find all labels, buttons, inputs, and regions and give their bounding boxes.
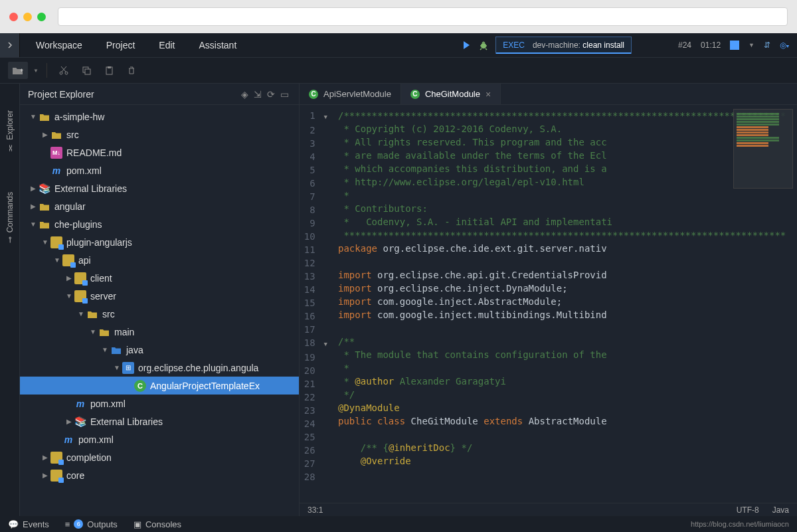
tree-item-label: src (66, 130, 79, 140)
chevron-icon[interactable] (52, 256, 62, 264)
chevron-icon[interactable] (40, 454, 50, 461)
cut-button[interactable] (55, 62, 72, 79)
tree-item-label: client (90, 273, 112, 284)
dropdown-icon[interactable]: ▼ (33, 68, 39, 74)
chevron-icon[interactable] (28, 221, 39, 228)
chevron-icon[interactable] (40, 131, 50, 138)
tab-label: ApiServletModule (323, 89, 391, 99)
tree-item[interactable]: ⊞org.eclipse.che.plugin.angula (20, 359, 299, 377)
tree-item[interactable]: 📚External Libraries (20, 179, 299, 197)
language-mode[interactable]: Java (772, 505, 789, 515)
svg-rect-5 (85, 69, 90, 74)
tree-item[interactable]: CAngularProjectTemplateEx (20, 377, 299, 395)
tree-item-label: README.md (66, 147, 122, 158)
chevron-icon[interactable] (28, 185, 39, 192)
tree-item-label: pom.xml (90, 399, 126, 409)
tree-item[interactable]: mpom.xml (20, 395, 299, 412)
chat-icon: 💬 (8, 519, 19, 529)
settings-target-icon[interactable]: ◎▾ (780, 41, 789, 50)
tree-item[interactable]: plugin-angularjs (20, 233, 299, 251)
svg-point-0 (481, 43, 486, 48)
svg-point-2 (60, 72, 62, 74)
menu-workspace[interactable]: Workspace (36, 40, 82, 50)
close-window[interactable] (9, 13, 18, 21)
class-icon: C (134, 380, 146, 392)
events-label: Events (23, 519, 49, 529)
delete-button[interactable] (123, 62, 140, 79)
tree-item-label: che-plugins (54, 219, 102, 230)
pkg-icon (50, 236, 62, 248)
folder-icon (50, 129, 62, 141)
editor-tab[interactable]: CApiServletModule (300, 84, 401, 104)
chevron-icon[interactable] (40, 472, 50, 479)
outputs-panel-button[interactable]: ≡ 6 Outputs (65, 519, 118, 529)
menu-assistant[interactable]: Assistant (199, 40, 236, 50)
menu-project[interactable]: Project (106, 40, 135, 50)
tree-item-label: src (102, 309, 115, 319)
tree-item[interactable]: completion (20, 448, 299, 466)
maximize-window[interactable] (37, 13, 46, 21)
md-icon: M↓ (50, 147, 62, 159)
consoles-panel-button[interactable]: ▣ Consoles (133, 519, 181, 529)
tree-item[interactable]: mpom.xml (20, 161, 299, 179)
pkg-icon (50, 470, 62, 482)
tree-item-label: java (126, 345, 143, 355)
chevron-icon[interactable] (40, 238, 50, 246)
chevron-icon[interactable] (64, 418, 74, 425)
dropdown-arrow-icon[interactable]: ▼ (749, 42, 754, 48)
exec-command: clean install (582, 41, 624, 50)
copy-button[interactable] (78, 62, 95, 79)
chevron-icon[interactable] (76, 310, 86, 317)
minimize-panel-icon[interactable]: ▭ (278, 88, 291, 101)
locate-icon[interactable]: ◈ (238, 88, 251, 101)
new-file-button[interactable]: + (8, 62, 28, 79)
class-icon: C (410, 90, 420, 99)
tree-item[interactable]: main (20, 323, 299, 341)
chevron-icon[interactable] (28, 113, 39, 120)
encoding[interactable]: UTF-8 (737, 505, 759, 515)
refresh-icon[interactable]: ⟳ (264, 88, 278, 101)
debug-button[interactable] (478, 40, 489, 50)
editor-tab[interactable]: CCheGitModule× (401, 84, 501, 104)
rail-commands[interactable]: ⊸Commands (5, 192, 15, 243)
minimap[interactable] (733, 109, 793, 189)
tree-item[interactable]: src (20, 305, 299, 323)
chevron-icon[interactable] (88, 328, 98, 335)
tree-item-label: External Libraries (90, 416, 163, 427)
code-content[interactable]: /***************************************… (333, 105, 797, 503)
tree-item[interactable]: che-plugins (20, 215, 299, 233)
tree-item[interactable]: server (20, 287, 299, 305)
collapse-icon[interactable]: ⇲ (251, 88, 264, 101)
tree-item[interactable]: angular (20, 197, 299, 215)
network-icon[interactable]: ⇵ (764, 41, 770, 50)
progress-indicator[interactable] (730, 41, 739, 50)
tree-item-label: server (90, 291, 116, 302)
tree-item[interactable]: M↓README.md (20, 143, 299, 161)
chevron-icon[interactable] (112, 364, 122, 371)
tree-item[interactable]: 📚External Libraries (20, 412, 299, 430)
chevron-icon[interactable] (28, 203, 39, 210)
paste-button[interactable] (100, 62, 118, 79)
events-panel-button[interactable]: 💬 Events (8, 519, 49, 529)
tree-item[interactable]: client (20, 269, 299, 287)
url-bar[interactable] (58, 7, 788, 26)
rail-explorer[interactable]: ⫘Explorer (5, 110, 15, 152)
folder-icon (39, 219, 50, 230)
tree-item[interactable]: a-simple-hw (20, 108, 299, 126)
tree-item[interactable]: src (20, 126, 299, 143)
tree-item[interactable]: core (20, 466, 299, 484)
minimize-window[interactable] (23, 13, 32, 21)
menu-edit[interactable]: Edit (159, 40, 175, 50)
tree-item-label: org.eclipse.che.plugin.angula (138, 363, 258, 373)
run-button[interactable] (461, 40, 472, 50)
chevron-icon[interactable] (64, 292, 74, 300)
browser-chrome (0, 0, 797, 33)
close-tab-icon[interactable]: × (486, 89, 491, 100)
tree-item[interactable]: api (20, 251, 299, 269)
chevron-icon[interactable] (100, 346, 110, 353)
tree-item[interactable]: mpom.xml (20, 430, 299, 448)
expand-menu-button[interactable] (0, 33, 20, 57)
exec-command-box[interactable]: EXEC dev-machine: clean install (495, 37, 632, 54)
chevron-icon[interactable] (64, 274, 74, 282)
tree-item[interactable]: java (20, 341, 299, 359)
